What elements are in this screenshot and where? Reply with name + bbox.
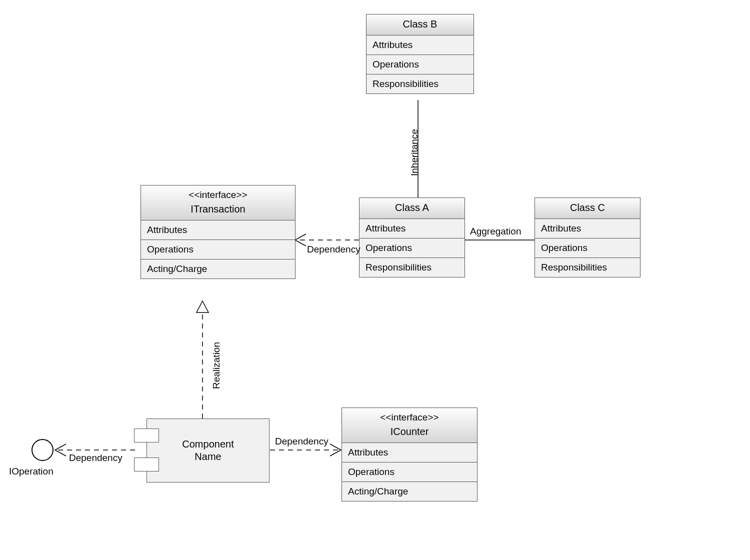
component-lug-icon: [134, 458, 159, 472]
compartment-row: Operations: [535, 238, 640, 258]
class-header: Class B: [366, 14, 474, 36]
class-header: Class C: [535, 198, 640, 219]
class-name: Class B: [403, 18, 438, 30]
label-inheritance: Inheritance: [409, 129, 420, 176]
label-dependency: Dependency: [69, 452, 122, 464]
lollipop-icon[interactable]: [32, 439, 54, 461]
class-name: Class C: [570, 202, 605, 213]
component-label: Component Name: [182, 438, 234, 463]
stereotype: <<interface>>: [345, 412, 474, 423]
stereotype: <<interface>>: [144, 190, 292, 200]
compartment-row: Responsibilities: [366, 74, 474, 94]
label-realization: Realization: [211, 342, 222, 389]
component-line2: Name: [194, 451, 221, 462]
compartment-row: Acting/Charge: [141, 260, 295, 278]
compartment-row: Attributes: [141, 220, 295, 240]
compartment-row: Attributes: [342, 443, 477, 462]
compartment-row: Responsibilities: [360, 258, 464, 277]
class-name: ITransaction: [190, 204, 245, 214]
compartment-row: Attributes: [366, 36, 474, 55]
svg-marker-4: [196, 301, 208, 312]
compartment-row: Attributes: [360, 219, 464, 238]
label-dependency: Dependency: [307, 244, 360, 255]
class-header: Class A: [360, 198, 464, 219]
label-dependency: Dependency: [275, 436, 328, 447]
component-box[interactable]: Component Name: [146, 418, 270, 482]
class-name: ICounter: [390, 426, 429, 437]
class-b[interactable]: Class B Attributes Operations Responsibi…: [366, 14, 474, 94]
component-line1: Component: [182, 438, 234, 450]
class-a[interactable]: Class A Attributes Operations Responsibi…: [359, 198, 465, 278]
compartment-row: Operations: [342, 462, 477, 482]
component-lug-icon: [134, 428, 159, 442]
class-name: Class A: [395, 202, 429, 213]
class-header: <<interface>> ITransaction: [141, 186, 295, 220]
class-header: <<interface>> ICounter: [342, 408, 477, 443]
diagram-canvas: <<interface>> ITransaction Attributes Op…: [0, 0, 750, 560]
compartment-row: Operations: [360, 238, 464, 258]
class-itransaction[interactable]: <<interface>> ITransaction Attributes Op…: [140, 185, 296, 279]
compartment-row: Attributes: [535, 219, 640, 238]
label-aggregation: Aggregation: [470, 226, 521, 237]
compartment-row: Operations: [141, 240, 295, 260]
class-c[interactable]: Class C Attributes Operations Responsibi…: [534, 198, 640, 278]
compartment-row: Acting/Charge: [342, 482, 477, 501]
lollipop-label: IOperation: [9, 466, 54, 477]
compartment-row: Responsibilities: [535, 258, 640, 277]
compartment-row: Operations: [366, 55, 474, 74]
class-icounter[interactable]: <<interface>> ICounter Attributes Operat…: [342, 408, 478, 502]
